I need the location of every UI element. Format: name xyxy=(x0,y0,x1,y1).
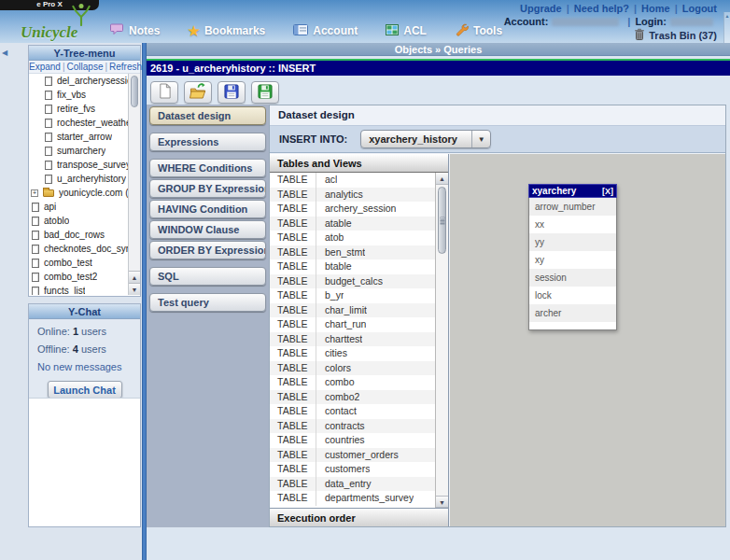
table-row[interactable]: TABLE btable xyxy=(270,259,435,274)
tree-item[interactable]: + combo_test xyxy=(29,256,128,270)
save-button[interactable] xyxy=(218,81,246,104)
section-button[interactable]: Test query xyxy=(149,293,266,312)
tree-scrollbar[interactable]: ▲ ▼ xyxy=(128,74,140,295)
table-row[interactable]: TABLE archery_session xyxy=(270,202,435,217)
table-row[interactable]: TABLE analytics xyxy=(270,188,435,203)
tree-node-icon xyxy=(45,77,52,86)
nav-account[interactable]: Account xyxy=(293,24,358,38)
table-row[interactable]: TABLE charttest xyxy=(270,332,435,347)
tree-item[interactable]: + del_archerysession xyxy=(29,74,128,88)
section-button[interactable]: ORDER BY Expressions xyxy=(149,241,266,259)
expand-plus-icon[interactable]: + xyxy=(31,189,38,197)
tree-node-icon xyxy=(32,231,39,240)
table-row[interactable]: TABLE customer_orders xyxy=(270,448,435,463)
section-button[interactable]: HAVING Condition xyxy=(149,200,266,218)
table-row[interactable]: TABLE contracts xyxy=(270,419,435,434)
tables-scroll-thumb[interactable] xyxy=(438,187,446,254)
scroll-down-icon[interactable]: ▼ xyxy=(436,496,448,508)
nav-bookmarks[interactable]: ★ Bookmarks xyxy=(188,24,265,37)
tree-refresh-link[interactable]: Refresh xyxy=(109,62,142,72)
scroll-up-icon[interactable]: ▲ xyxy=(436,173,448,185)
trash-bin[interactable]: Trash Bin (37) xyxy=(634,28,717,42)
tree-item[interactable]: + retire_fvs xyxy=(29,102,128,116)
tree-item[interactable]: + sumarchery xyxy=(29,144,128,158)
table-row[interactable]: TABLE budget_calcs xyxy=(270,274,435,289)
chevron-down-icon[interactable]: ▼ xyxy=(471,131,490,147)
tree-item[interactable]: + combo_test2 xyxy=(29,270,128,284)
trash-label: Trash Bin (37) xyxy=(649,30,717,41)
table-row[interactable]: TABLE chart_run xyxy=(270,317,435,332)
section-button[interactable]: SQL xyxy=(149,267,266,286)
field-row[interactable]: xx xyxy=(529,216,616,233)
tree-item[interactable]: + atoblo xyxy=(29,214,128,228)
table-row[interactable]: TABLE atable xyxy=(270,217,435,231)
tree-item[interactable]: + rochester_weather xyxy=(29,116,128,130)
upgrade-link[interactable]: Upgrade xyxy=(520,3,562,14)
table-row[interactable]: TABLE colors xyxy=(270,361,435,376)
table-row[interactable]: TABLE b_yr xyxy=(270,288,435,303)
float-panel-titlebar[interactable]: xyarchery [X] xyxy=(528,184,617,198)
section-button[interactable]: GROUP BY Expressions xyxy=(149,179,266,198)
nav-tools[interactable]: Tools xyxy=(455,22,502,39)
field-row[interactable]: session xyxy=(529,269,616,287)
table-row[interactable]: TABLE char_limit xyxy=(270,303,435,318)
tree-item[interactable]: + bad_doc_rows xyxy=(29,228,128,242)
tables-list: TABLE acl TABLE analytics TABL xyxy=(270,173,448,508)
design-canvas[interactable]: xyarchery [X] arrow_number xx yy xyxy=(450,154,725,526)
table-row[interactable]: TABLE cities xyxy=(270,346,435,361)
insert-into-select[interactable]: xyarchery_history ▼ xyxy=(360,130,491,148)
tree-item[interactable]: + starter_arrow xyxy=(29,130,128,144)
section-button[interactable]: WINDOW Clause xyxy=(149,220,266,239)
tree-node-icon xyxy=(45,147,52,156)
login-value-redacted xyxy=(670,18,713,26)
field-row[interactable]: yy xyxy=(529,233,616,251)
tree-item[interactable]: + fix_vbs xyxy=(29,88,128,102)
close-icon[interactable]: [X] xyxy=(602,187,613,196)
section-button[interactable]: WHERE Conditions xyxy=(149,159,266,177)
scroll-up-icon[interactable]: ▲ xyxy=(129,271,140,283)
tables-scrollbar[interactable]: ▲ ▼ xyxy=(435,173,448,508)
scroll-down-icon[interactable]: ▼ xyxy=(129,283,140,295)
need-help-link[interactable]: Need help? xyxy=(574,3,629,14)
logout-link[interactable]: Logout xyxy=(682,3,717,14)
tree-expand-link[interactable]: Expand xyxy=(29,62,61,72)
table-row[interactable]: TABLE departments_survey xyxy=(270,491,435,506)
tree-item[interactable]: + transpose_survey xyxy=(29,158,128,172)
table-row[interactable]: TABLE ben_stmt xyxy=(270,245,435,260)
open-button[interactable] xyxy=(184,81,212,104)
tree-item[interactable]: + younicycle.com (4) xyxy=(29,186,128,200)
home-link[interactable]: Home xyxy=(641,3,670,14)
section-button[interactable]: Dataset design xyxy=(149,106,266,125)
field-row[interactable]: archer xyxy=(529,304,616,322)
nav-acl[interactable]: ACL xyxy=(386,24,427,38)
launch-chat-button[interactable]: Launch Chat xyxy=(48,381,122,399)
table-row[interactable]: TABLE customers xyxy=(270,462,435,477)
table-name: b_yr xyxy=(316,288,344,303)
table-row[interactable]: TABLE acl xyxy=(270,173,435,188)
new-document-button[interactable] xyxy=(150,81,178,104)
table-row[interactable]: TABLE contact xyxy=(270,404,435,419)
tree-item-label: rochester_weather xyxy=(57,118,128,128)
field-row[interactable]: xy xyxy=(529,251,616,269)
tree-scroll-thumb[interactable] xyxy=(131,76,138,107)
table-row[interactable]: TABLE combo2 xyxy=(270,390,435,405)
table-row[interactable]: TABLE data_entry xyxy=(270,477,435,492)
field-row[interactable]: lock xyxy=(529,287,616,304)
tree-item[interactable]: + api xyxy=(29,200,128,214)
table-row[interactable]: TABLE combo xyxy=(270,375,435,390)
field-row[interactable]: arrow_number xyxy=(529,198,616,216)
table-type: TABLE xyxy=(270,317,316,332)
section-button[interactable]: Expressions xyxy=(149,133,266,151)
chat-body xyxy=(29,398,140,526)
table-row[interactable]: TABLE countries xyxy=(270,433,435,448)
save-alt-button[interactable] xyxy=(251,81,279,104)
tree-item[interactable]: + checknotes_doc_sync xyxy=(29,242,128,256)
tree-node-icon xyxy=(45,119,52,128)
tree-item[interactable]: + u_archeryhistory xyxy=(29,172,128,186)
table-row[interactable]: TABLE atob xyxy=(270,231,435,245)
sidebar-collapse-icon[interactable]: ◀ xyxy=(2,49,7,57)
tree-collapse-link[interactable]: Collapse xyxy=(67,62,104,72)
nav-notes[interactable]: Notes xyxy=(110,23,160,38)
brand-logo[interactable]: Unicycle xyxy=(17,1,119,43)
tree-item[interactable]: + functs_list xyxy=(29,284,128,295)
